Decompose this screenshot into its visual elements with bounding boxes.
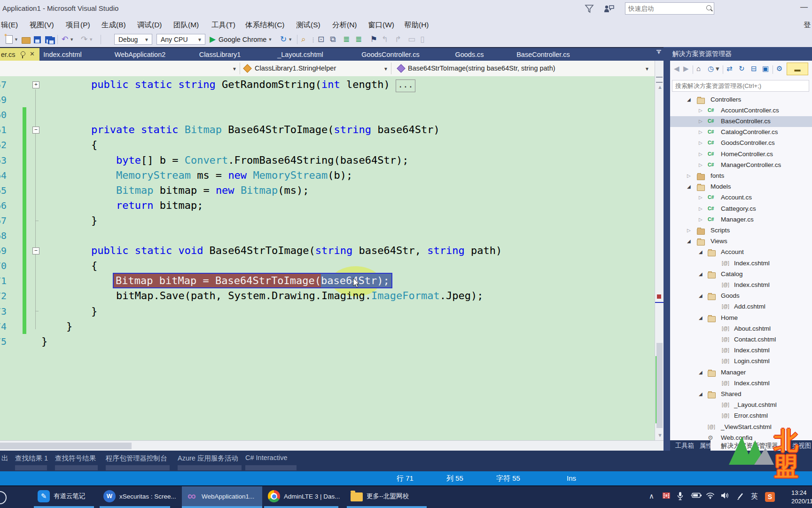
pending-changes-icon[interactable]: ◷ — [708, 64, 714, 73]
tree-item-account[interactable]: ◢Account — [670, 247, 812, 258]
pin-icon[interactable] — [21, 51, 25, 56]
menu-item-11[interactable]: 窗口(W) — [368, 20, 394, 30]
tab-webapplication2[interactable]: WebApplication2 — [115, 51, 166, 58]
collapse-arrow-icon[interactable]: ◢ — [699, 271, 703, 277]
menu-item-4[interactable]: 生成(B) — [102, 20, 126, 30]
save-all-button[interactable] — [45, 33, 55, 46]
code-line-72[interactable]: 72 bitMap.Save(path, System.Drawing.Imag… — [0, 288, 655, 303]
tree-item-catalog[interactable]: ◢Catalog — [670, 269, 812, 280]
chevron-down-icon[interactable]: ▾ — [716, 64, 719, 73]
expand-arrow-icon[interactable]: ▷ — [687, 173, 691, 178]
tab-index-cshtml[interactable]: Index.cshtml — [43, 51, 81, 58]
menu-item-5[interactable]: 调试(D) — [137, 20, 162, 30]
search-circle-icon[interactable] — [0, 491, 7, 504]
tree-item-error-cshtml[interactable]: [@]Error.cshtml — [670, 411, 812, 421]
panel-splitter[interactable] — [664, 47, 670, 452]
chevron-down-icon[interactable]: ▼ — [645, 66, 649, 71]
tree-item-homecontroller-cs[interactable]: ▷C#HomeController.cs — [670, 149, 812, 160]
copy-doc-icon[interactable]: ⧉ — [330, 33, 336, 46]
tray-wifi-icon[interactable] — [706, 492, 715, 500]
output-tab-2[interactable]: 查找结果 1 — [15, 454, 48, 463]
scrollbar-thumb[interactable] — [656, 343, 663, 428]
code-editor[interactable]: 57 public static string GetRandomString(… — [0, 76, 655, 440]
tree-item-index-cshtml[interactable]: [@]Index.cshtml — [670, 280, 812, 291]
code-line-62[interactable]: 62 { — [0, 137, 655, 152]
redo-button[interactable]: ↷▼ — [81, 33, 93, 46]
tab-overflow-chevron-icon[interactable]: ▼ — [656, 50, 661, 55]
expand-arrow-icon[interactable]: ▷ — [699, 129, 703, 135]
feedback-icon[interactable] — [603, 4, 615, 14]
tree-item-index-cshtml[interactable]: [@]Index.cshtml — [670, 345, 812, 356]
collapse-arrow-icon[interactable]: ◢ — [687, 238, 691, 244]
fold-collapse-icon[interactable]: − — [32, 127, 39, 134]
tree-item-fonts[interactable]: ▷fonts — [670, 171, 812, 182]
menu-item-8[interactable]: 体系结构(C) — [245, 20, 285, 30]
bookmark-button[interactable]: ⚑ — [370, 33, 377, 46]
expand-arrow-icon[interactable]: ▷ — [699, 140, 703, 145]
expand-arrow-icon[interactable]: ▷ — [699, 217, 703, 222]
code-line-70[interactable]: 70 { — [0, 258, 655, 273]
collapse-arrow-icon[interactable]: ◢ — [699, 370, 703, 375]
menu-item-3[interactable]: 项目(P) — [66, 20, 90, 30]
chevron-down-icon[interactable]: ▼ — [383, 66, 388, 71]
menu-item-10[interactable]: 分析(N) — [332, 20, 357, 30]
tree-item-goodscontroller-cs[interactable]: ▷C#GoodsController.cs — [670, 138, 812, 149]
tree-item-scripts[interactable]: ▷Scripts — [670, 225, 812, 236]
undo-button[interactable]: ↶▼ — [62, 33, 74, 46]
tree-item-accountcontroller-cs[interactable]: ▷C#AccountController.cs — [670, 105, 812, 116]
solution-search-box[interactable] — [672, 80, 809, 92]
collapse-arrow-icon[interactable]: ◢ — [699, 391, 703, 397]
solution-search-input[interactable] — [672, 80, 805, 91]
tree-item-manager[interactable]: ◢Manager — [670, 367, 812, 378]
menu-item-1[interactable]: 辑(E) — [1, 20, 18, 30]
taskbar-app-visual-studio[interactable]: ∞WebApplication1... — [182, 486, 262, 506]
fold-collapse-icon[interactable]: − — [32, 247, 39, 254]
taskbar-app-xsecuritas[interactable]: WxSecuritas : Scree... — [100, 486, 170, 506]
tab-goods-cs[interactable]: Goods.cs — [455, 51, 484, 58]
minimize-button[interactable]: — — [800, 3, 808, 11]
code-line-65[interactable]: 65 Bitmap bitmap = new Bitmap(ms); — [0, 183, 655, 198]
tree-item-catalogcontroller-cs[interactable]: ▷C#CatalogController.cs — [670, 127, 812, 138]
tree-item-about-cshtml[interactable]: [@]About.cshtml — [670, 324, 812, 334]
member-dropdown[interactable]: Base64StrToImage(string base64Str, strin… — [408, 64, 555, 72]
code-line-57[interactable]: 57 public static string GetRandomString(… — [0, 77, 655, 92]
scroll-up-icon[interactable]: ▲ — [657, 84, 663, 90]
tree-item-views[interactable]: ◢Views — [670, 236, 812, 247]
menu-item-12[interactable]: 帮助(H) — [404, 20, 429, 30]
save-button[interactable] — [34, 33, 41, 46]
tray-battery-icon[interactable] — [691, 492, 702, 500]
collapse-all-icon[interactable]: ⊟ — [751, 64, 757, 73]
expand-arrow-icon[interactable]: ▷ — [699, 162, 703, 167]
taskbar-app-folder[interactable]: 更多--北盟网校 — [347, 486, 427, 506]
tray-speaker-icon[interactable] — [721, 492, 729, 500]
sync-active-document-icon[interactable]: ⇄ — [726, 64, 733, 73]
tree-item-basecontroller-cs[interactable]: ▷C#BaseController.cs — [670, 116, 812, 127]
code-line-59[interactable]: 59 — [0, 92, 655, 107]
toolbar-options-icon[interactable]: ⋮ — [310, 33, 316, 46]
code-line-69[interactable]: 69 public static void Base64StrToImage(s… — [0, 243, 655, 258]
debug-config-dropdown[interactable]: Debug▼ — [114, 34, 152, 45]
code-line-71[interactable]: 71Bitmap bitMap = Base64StrToImage(base6… — [0, 273, 655, 288]
tab-classlibrary1[interactable]: ClassLibrary1 — [199, 51, 241, 58]
expand-arrow-icon[interactable]: ▷ — [699, 195, 703, 200]
tray-expand-icon[interactable]: ∧ — [649, 492, 654, 500]
collapse-arrow-icon[interactable]: ◢ — [699, 315, 703, 320]
collapsed-region-box[interactable]: ... — [396, 79, 415, 92]
editor-horizontal-scrollbar[interactable] — [0, 440, 664, 451]
home-icon[interactable]: ⌂ — [696, 64, 701, 72]
indent-increase-icon[interactable]: ≣ — [355, 33, 362, 46]
menu-item-7[interactable]: 工具(T) — [211, 20, 235, 30]
taskbar-app-youdao[interactable]: ✎有道云笔记 — [34, 486, 94, 506]
panel-tab-1[interactable]: 工具箱 — [673, 440, 696, 452]
scrollbar-thumb[interactable] — [0, 443, 132, 449]
expand-arrow-icon[interactable]: ▷ — [699, 108, 703, 113]
code-line-74[interactable]: 74 } — [0, 319, 655, 334]
collapse-arrow-icon[interactable]: ◢ — [699, 249, 703, 254]
navigate-doc-icon[interactable]: ⊡ — [318, 33, 324, 46]
tree-item-shared[interactable]: ◢Shared — [670, 389, 812, 400]
start-debug-button[interactable]: ▶Google Chrome▼ — [210, 33, 272, 46]
expand-arrow-icon[interactable]: ▷ — [699, 206, 703, 211]
refresh-icon[interactable]: ↻ — [739, 64, 745, 73]
forward-icon[interactable]: ▶ — [683, 64, 689, 73]
tree-item--viewstart-cshtml[interactable]: [@]_ViewStart.cshtml — [670, 422, 812, 433]
